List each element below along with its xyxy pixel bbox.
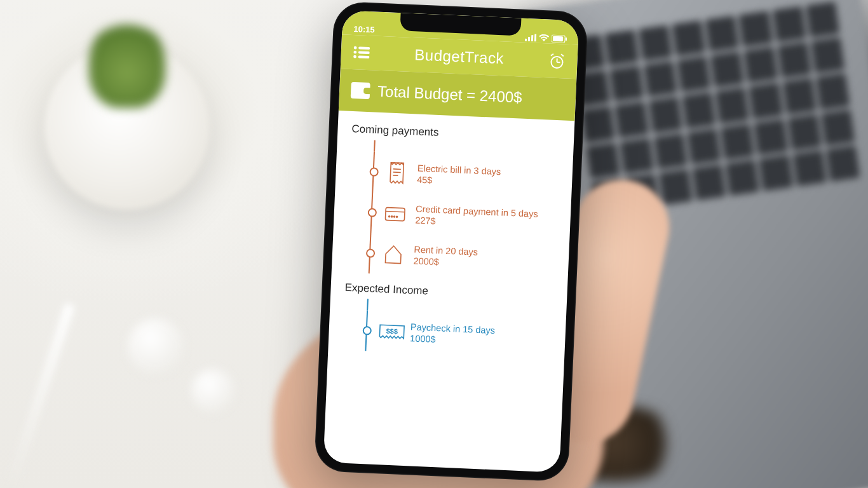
credit-card-icon — [382, 200, 409, 227]
app-title: BudgetTrack — [414, 46, 505, 67]
svg-rect-10 — [358, 51, 370, 54]
menu-list-icon — [353, 46, 370, 59]
status-icons — [525, 34, 567, 43]
income-timeline: $$$ Paycheck in 15 days 1000$ — [365, 310, 552, 359]
svg-point-25 — [394, 216, 395, 217]
svg-point-11 — [353, 55, 356, 58]
total-budget-label: Total Budget = 2400$ — [377, 83, 523, 107]
svg-line-22 — [386, 211, 405, 212]
phone-screen: 10:15 BudgetTrack — [323, 10, 580, 473]
wifi-icon — [539, 34, 550, 43]
phone-frame: 10:15 BudgetTrack — [314, 1, 588, 482]
svg-point-23 — [389, 216, 390, 217]
plant — [89, 19, 165, 108]
svg-line-16 — [551, 54, 553, 56]
earbud-prop — [127, 318, 184, 375]
svg-rect-2 — [531, 35, 533, 41]
svg-rect-12 — [358, 55, 369, 58]
svg-rect-21 — [385, 207, 405, 220]
content-area[interactable]: Coming payments Electric bill in 3 days … — [328, 111, 574, 360]
svg-line-18 — [393, 169, 401, 170]
paycheck-icon: $$$ — [377, 318, 403, 345]
house-icon — [380, 241, 407, 268]
svg-point-7 — [354, 46, 357, 50]
svg-point-24 — [391, 216, 393, 217]
wallet-icon — [351, 82, 370, 99]
receipt-icon — [384, 159, 410, 186]
earbud-prop — [191, 369, 235, 413]
svg-line-19 — [393, 172, 401, 173]
svg-rect-6 — [566, 37, 567, 41]
svg-rect-1 — [528, 37, 530, 41]
status-time: 10:15 — [353, 24, 375, 34]
svg-text:$$$: $$$ — [386, 327, 398, 336]
svg-line-17 — [561, 54, 564, 56]
payment-item-rent[interactable]: Rent in 20 days 2000$ — [369, 233, 556, 281]
battery-icon — [552, 35, 567, 43]
svg-rect-0 — [525, 39, 527, 41]
alarm-clock-icon — [548, 51, 566, 70]
cellular-icon — [525, 34, 537, 42]
reminders-button[interactable] — [546, 50, 567, 71]
income-item-paycheck[interactable]: $$$ Paycheck in 15 days 1000$ — [365, 310, 552, 359]
svg-rect-5 — [553, 36, 563, 42]
payments-timeline: Electric bill in 3 days 45$ — [369, 152, 559, 282]
menu-button[interactable] — [351, 42, 372, 63]
svg-rect-8 — [358, 46, 370, 50]
svg-point-26 — [397, 216, 398, 217]
svg-rect-3 — [534, 34, 537, 41]
svg-point-9 — [353, 51, 356, 54]
